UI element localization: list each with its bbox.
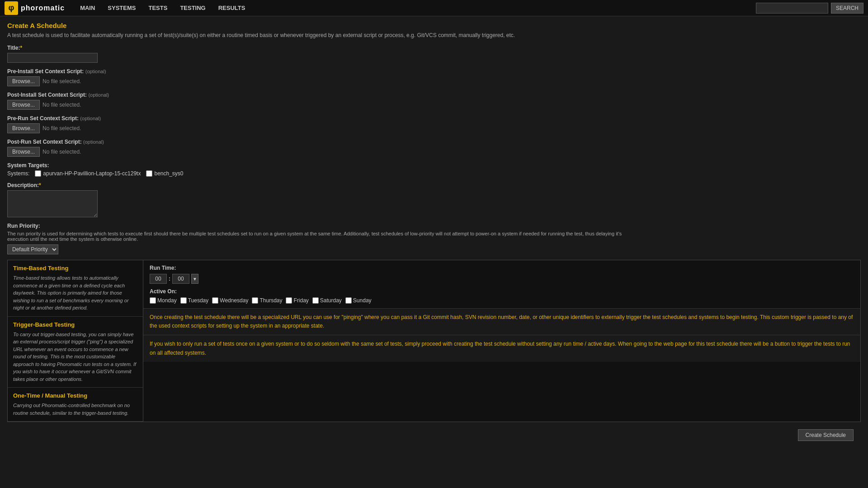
title-label: Title:* [7, 45, 861, 51]
post-install-browse-button[interactable]: Browse... [7, 100, 40, 110]
logo-icon: φ [5, 1, 18, 15]
create-schedule-button[interactable]: Create Schedule [798, 429, 854, 441]
day-wednesday: Wednesday [212, 297, 248, 304]
page-description: A test schedule is used to facilitate au… [7, 32, 861, 38]
header: φ phoromatic MAIN SYSTEMS TESTS TESTING … [0, 0, 868, 16]
description-section: Description:* [7, 182, 861, 217]
post-run-filename: No file selected. [42, 149, 81, 155]
title-section: Title:* [7, 45, 861, 63]
system-name-1: bench_sys0 [154, 170, 183, 177]
nav-tests[interactable]: TESTS [142, 0, 174, 16]
time-separator: : [169, 276, 170, 282]
min-input[interactable] [172, 274, 189, 284]
post-run-browse-button[interactable]: Browse... [7, 147, 40, 157]
onetime-info: If you wish to only run a set of tests o… [150, 340, 854, 357]
day-label-thursday: Thursday [259, 297, 282, 304]
time-based-title: Time-Based Testing [13, 265, 137, 272]
day-label-wednesday: Wednesday [220, 297, 248, 304]
post-run-label: Post-Run Set Context Script: (optional) [7, 139, 861, 145]
nav-results[interactable]: RESULTS [212, 0, 252, 16]
search-button[interactable]: SEARCH [831, 3, 863, 14]
right-panel: Run Time: : ▼ Active On: Monday [143, 260, 860, 422]
system-name-0: apurvan-HP-Pavillion-Laptop-15-cc129tx [43, 170, 141, 177]
day-saturday: Saturday [312, 297, 342, 304]
post-install-section: Post-Install Set Context Script: (option… [7, 92, 861, 110]
run-priority-section: Run Priority: The run priority is used f… [7, 223, 861, 254]
right-middle: Once creating the test schedule there wi… [143, 309, 860, 335]
pre-run-browse-button[interactable]: Browse... [7, 123, 40, 133]
post-run-section: Post-Run Set Context Script: (optional) … [7, 139, 861, 157]
post-install-file-row: Browse... No file selected. [7, 100, 861, 110]
logo: φ phoromatic [5, 1, 65, 15]
pre-install-browse-button[interactable]: Browse... [7, 76, 40, 86]
day-checkbox-friday[interactable] [286, 297, 292, 304]
systems-row: Systems: apurvan-HP-Pavillion-Laptop-15-… [7, 170, 861, 177]
day-label-saturday: Saturday [320, 297, 342, 304]
description-textarea[interactable] [7, 190, 98, 217]
system-checkbox-1[interactable] [146, 170, 152, 177]
day-checkbox-saturday[interactable] [312, 297, 319, 304]
priority-select[interactable]: Default Priority [7, 244, 58, 254]
bottom-section: Time-Based Testing Time-based testing al… [7, 260, 861, 422]
trigger-info: Once creating the test schedule there wi… [150, 313, 854, 330]
time-based-desc: Time-based testing allows tests to autom… [13, 274, 137, 312]
system-checkbox-0[interactable] [35, 170, 41, 177]
day-label-monday: Monday [157, 297, 177, 304]
pre-run-label: Pre-Run Set Context Script: (optional) [7, 115, 861, 122]
logo-text: phoromatic [21, 4, 65, 12]
pre-run-filename: No file selected. [42, 125, 81, 131]
day-sunday: Sunday [345, 297, 372, 304]
active-on-row: Monday Tuesday Wednesday Thursday [150, 297, 854, 304]
trigger-based-desc: To carry out trigger-based testing, you … [13, 331, 137, 383]
right-bottom: If you wish to only run a set of tests o… [143, 335, 860, 361]
page-title: Create A Schedule [7, 22, 861, 29]
run-time-label: Run Time: [150, 265, 854, 271]
day-label-friday: Friday [293, 297, 308, 304]
footer: Create Schedule [7, 425, 861, 446]
day-friday: Friday [286, 297, 308, 304]
left-panel: Time-Based Testing Time-based testing al… [8, 260, 143, 422]
day-label-sunday: Sunday [353, 297, 372, 304]
post-install-filename: No file selected. [42, 102, 81, 108]
nav-testing[interactable]: TESTING [174, 0, 212, 16]
pre-install-file-row: Browse... No file selected. [7, 76, 861, 86]
hour-input[interactable] [150, 274, 167, 284]
time-row: : ▼ [150, 274, 854, 284]
pre-install-label: Pre-Install Set Context Script: (optiona… [7, 68, 861, 75]
time-arrow-button[interactable]: ▼ [191, 274, 198, 284]
search-input[interactable] [756, 3, 828, 14]
system-item-1: bench_sys0 [146, 170, 183, 177]
pre-install-filename: No file selected. [42, 78, 81, 84]
pre-install-section: Pre-Install Set Context Script: (optiona… [7, 68, 861, 86]
system-item-0: apurvan-HP-Pavillion-Laptop-15-cc129tx [35, 170, 141, 177]
day-label-tuesday: Tuesday [188, 297, 209, 304]
one-time-title: One-Time / Manual Testing [13, 392, 137, 399]
description-label: Description:* [7, 182, 861, 188]
search-container: SEARCH [756, 3, 863, 14]
time-based-panel: Time-Based Testing Time-based testing al… [8, 260, 143, 317]
systems-label: Systems: [7, 170, 29, 177]
post-install-label: Post-Install Set Context Script: (option… [7, 92, 861, 98]
nav-systems[interactable]: SYSTEMS [101, 0, 142, 16]
run-priority-label: Run Priority: [7, 223, 861, 229]
system-targets-label: System Targets: [7, 162, 861, 169]
pre-run-section: Pre-Run Set Context Script: (optional) B… [7, 115, 861, 133]
one-time-panel: One-Time / Manual Testing Carrying out P… [8, 388, 143, 422]
run-priority-desc: The run priority is used for determining… [7, 231, 640, 242]
one-time-desc: Carrying out Phoromatic-controlled bench… [13, 402, 137, 417]
system-targets-section: System Targets: Systems: apurvan-HP-Pavi… [7, 162, 861, 177]
title-input[interactable] [7, 53, 98, 63]
post-run-file-row: Browse... No file selected. [7, 147, 861, 157]
day-checkbox-thursday[interactable] [252, 297, 258, 304]
day-checkbox-wednesday[interactable] [212, 297, 218, 304]
day-tuesday: Tuesday [180, 297, 209, 304]
nav-main[interactable]: MAIN [74, 0, 101, 16]
day-thursday: Thursday [252, 297, 282, 304]
active-on-label: Active On: [150, 288, 854, 295]
day-checkbox-monday[interactable] [150, 297, 156, 304]
trigger-based-title: Trigger-Based Testing [13, 321, 137, 328]
day-checkbox-tuesday[interactable] [180, 297, 187, 304]
trigger-based-panel: Trigger-Based Testing To carry out trigg… [8, 317, 143, 388]
right-top: Run Time: : ▼ Active On: Monday [143, 260, 860, 309]
day-checkbox-sunday[interactable] [345, 297, 352, 304]
